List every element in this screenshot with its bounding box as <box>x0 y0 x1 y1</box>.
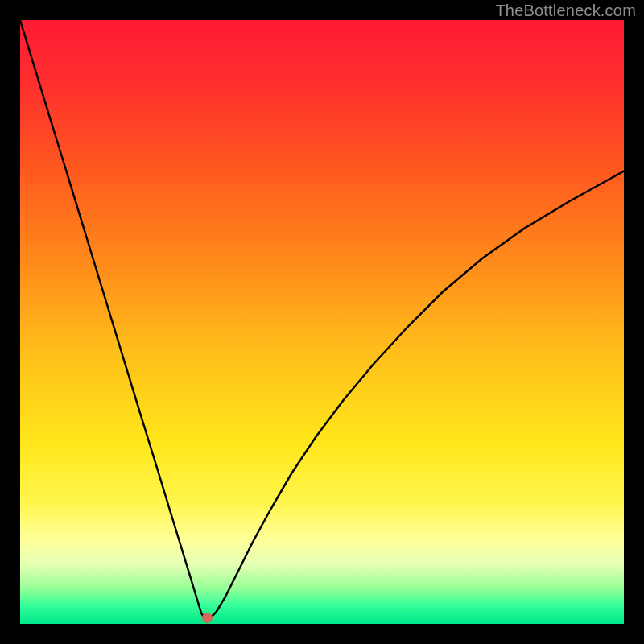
watermark-text: TheBottleneck.com <box>495 2 636 20</box>
bottleneck-chart <box>20 20 624 624</box>
chart-frame <box>20 20 624 624</box>
gradient-background <box>20 20 624 624</box>
optimal-point-marker <box>202 613 213 623</box>
